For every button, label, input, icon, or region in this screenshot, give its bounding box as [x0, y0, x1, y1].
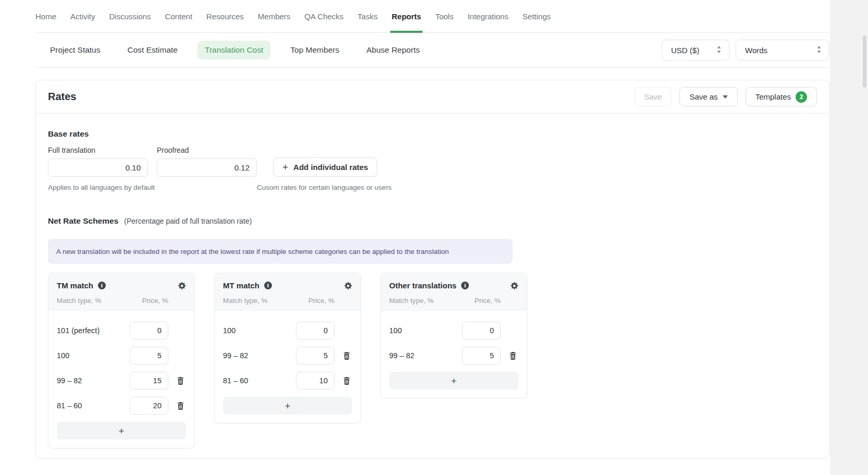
tab-cost-estimate[interactable]: Cost Estimate	[120, 41, 185, 59]
rate-row-label: 99 – 82	[389, 351, 462, 360]
lowest-rate-info-text: A new translation will be included in th…	[56, 248, 449, 255]
proofread-field: Proofread	[157, 146, 257, 177]
scheme-card-mt-match: MT matchiMatch type, %Price, %10099 – 82…	[214, 273, 361, 423]
rate-row-label: 100	[223, 326, 296, 335]
top-nav: HomeActivityDiscussionsContentResourcesM…	[35, 0, 829, 33]
nav-item-home[interactable]: Home	[35, 0, 56, 32]
trash-icon[interactable]	[177, 377, 184, 385]
page-title: Rates	[48, 91, 76, 103]
rate-price-input[interactable]	[296, 347, 334, 364]
report-tabs: Project StatusCost EstimateTranslation C…	[35, 41, 427, 59]
rate-row: 99 – 82	[223, 347, 352, 364]
nav-item-content[interactable]: Content	[165, 0, 193, 32]
unit-select-value: Words	[745, 46, 767, 55]
nav-item-integrations[interactable]: Integrations	[467, 0, 508, 32]
nav-item-members[interactable]: Members	[258, 0, 291, 32]
vertical-scrollbar-thumb[interactable]	[863, 35, 866, 88]
scheme-card-header: Other translationsiMatch type, %Price, %	[381, 273, 527, 311]
add-row-button[interactable]: +	[223, 397, 352, 415]
add-individual-rates-button[interactable]: + Add individual rates	[273, 157, 377, 177]
info-icon[interactable]: i	[461, 282, 469, 289]
base-rates-section: Base rates Full translation Proofread + …	[48, 129, 817, 191]
nav-item-resources[interactable]: Resources	[206, 0, 244, 32]
scheme-card-body: 10099 – 8281 – 60+	[215, 311, 361, 423]
scheme-cards-row: TM matchiMatch type, %Price, %101 (perfe…	[48, 273, 817, 448]
tab-translation-cost[interactable]: Translation Cost	[197, 41, 270, 59]
tab-project-status[interactable]: Project Status	[43, 41, 108, 59]
add-row-button[interactable]: +	[389, 372, 518, 389]
gear-icon[interactable]	[510, 282, 518, 290]
rate-price-input[interactable]	[130, 397, 168, 415]
nav-item-tools[interactable]: Tools	[435, 0, 453, 32]
column-match-type: Match type, %	[389, 297, 434, 305]
full-translation-field: Full translation	[48, 146, 148, 177]
proofread-input[interactable]	[157, 159, 257, 177]
rate-price-input[interactable]	[462, 347, 501, 364]
rate-row: 100	[223, 322, 352, 339]
plus-icon: +	[282, 162, 288, 172]
save-button[interactable]: Save	[634, 87, 672, 106]
nav-item-activity[interactable]: Activity	[70, 0, 95, 32]
gear-icon[interactable]	[344, 282, 352, 290]
rate-row-label: 81 – 60	[57, 401, 130, 410]
rate-row: 99 – 82	[389, 347, 518, 364]
rates-panel: Rates Save Save as Templates 2 Base rate…	[35, 80, 829, 458]
full-translation-input[interactable]	[48, 159, 148, 177]
rate-row: 99 – 82	[57, 372, 186, 389]
net-rate-schemes-heading: Net Rate Schemes	[48, 216, 118, 226]
chevron-down-icon	[723, 95, 728, 99]
nav-item-reports[interactable]: Reports	[392, 0, 421, 32]
info-icon[interactable]: i	[264, 282, 272, 289]
nav-item-tasks[interactable]: Tasks	[357, 0, 377, 32]
currency-select-value: USD ($)	[671, 46, 699, 55]
rate-price-input[interactable]	[130, 347, 168, 364]
rate-row-label: 99 – 82	[223, 351, 296, 360]
net-rate-schemes-section: Net Rate Schemes (Percentage paid of ful…	[48, 216, 817, 448]
info-icon[interactable]: i	[98, 282, 106, 289]
right-gutter	[830, 0, 868, 475]
scheme-card-body: 101 (perfect)10099 – 8281 – 60+	[48, 311, 194, 448]
rate-row: 101 (perfect)	[57, 322, 186, 339]
unit-select[interactable]: Words	[736, 40, 829, 60]
nav-item-settings[interactable]: Settings	[523, 0, 551, 32]
scheme-title: TM match	[57, 281, 93, 290]
nav-item-qa-checks[interactable]: QA Checks	[304, 0, 343, 32]
rate-row-label: 100	[389, 326, 462, 335]
templates-button-label: Templates	[755, 92, 791, 101]
scheme-title: Other translations	[389, 281, 456, 290]
scheme-title: MT match	[223, 281, 259, 290]
rate-row: 81 – 60	[57, 397, 186, 415]
trash-icon[interactable]	[510, 352, 516, 360]
currency-select[interactable]: USD ($)	[662, 40, 729, 60]
scheme-card-other-translations: Other translationsiMatch type, %Price, %…	[380, 273, 527, 398]
base-rates-heading: Base rates	[48, 129, 817, 139]
tab-top-members[interactable]: Top Members	[283, 41, 346, 59]
rate-price-input[interactable]	[130, 372, 168, 389]
tab-abuse-reports[interactable]: Abuse Reports	[359, 41, 427, 59]
report-selectors: USD ($) Words	[662, 40, 829, 60]
rate-price-input[interactable]	[130, 322, 168, 339]
rate-price-input[interactable]	[462, 322, 501, 339]
updown-chevron-icon	[716, 46, 722, 55]
full-translation-label: Full translation	[48, 146, 148, 154]
rate-row-label: 100	[57, 351, 130, 360]
column-price: Price, %	[308, 297, 334, 305]
trash-icon[interactable]	[343, 377, 350, 385]
rate-row-label: 81 – 60	[223, 376, 296, 385]
column-match-type: Match type, %	[223, 297, 268, 305]
column-price: Price, %	[142, 297, 168, 305]
scheme-card-header: TM matchiMatch type, %Price, %	[48, 273, 194, 311]
add-row-button[interactable]: +	[57, 422, 186, 440]
gear-icon[interactable]	[178, 282, 186, 290]
base-rates-note-right: Cusom rates for certain languages or use…	[257, 184, 392, 191]
rate-price-input[interactable]	[296, 322, 334, 339]
nav-item-discussions[interactable]: Discussions	[109, 0, 151, 32]
lowest-rate-info-banner: A new translation will be included in th…	[48, 239, 513, 264]
column-match-type: Match type, %	[57, 297, 102, 305]
rate-price-input[interactable]	[296, 372, 334, 389]
save-as-button[interactable]: Save as	[679, 87, 737, 106]
proofread-label: Proofread	[157, 146, 257, 154]
trash-icon[interactable]	[177, 402, 184, 410]
trash-icon[interactable]	[343, 352, 350, 360]
templates-button[interactable]: Templates 2	[746, 87, 817, 106]
